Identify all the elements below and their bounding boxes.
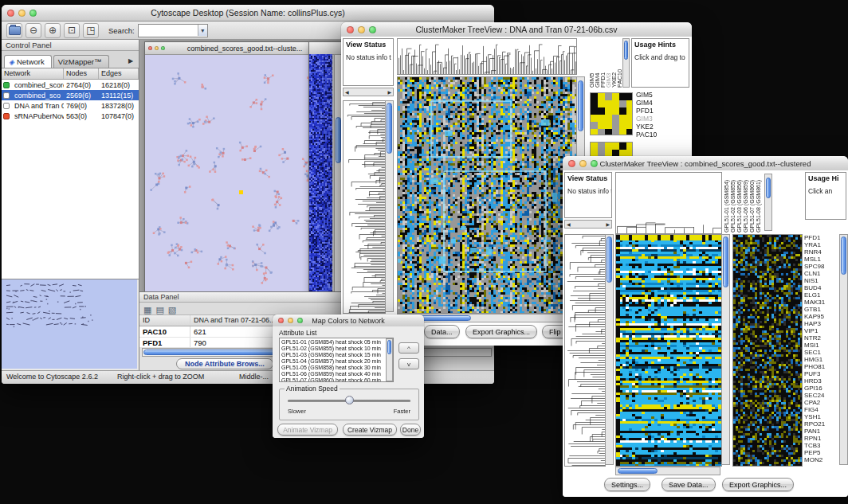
zoom-button[interactable] xyxy=(369,26,376,33)
gene-label[interactable]: PAC10 xyxy=(636,131,674,139)
correlation-matrix-canvas[interactable] xyxy=(590,92,633,135)
row-dendrogram-canvas[interactable] xyxy=(564,234,606,467)
gene-label[interactable]: BUD4 xyxy=(804,284,839,291)
zoom-selected-icon[interactable] xyxy=(83,23,99,38)
close-button[interactable] xyxy=(7,10,14,17)
scroll-left-icon[interactable] xyxy=(567,222,571,227)
gene-label[interactable]: NTR2 xyxy=(804,334,839,342)
open-file-icon[interactable] xyxy=(6,23,22,38)
zoom-button[interactable] xyxy=(29,10,37,17)
gene-label[interactable]: PEP5 xyxy=(804,449,839,456)
close-icon[interactable] xyxy=(148,46,152,50)
tab-vizmapper[interactable]: VizMapper™ xyxy=(53,55,109,68)
attribute-item[interactable]: GPL51-01 (GSM854) heat shock 05 min xyxy=(281,339,391,346)
move-up-button[interactable]: ^ xyxy=(398,342,419,354)
scrollbar-thumb[interactable] xyxy=(624,41,628,60)
column-dendrogram-canvas[interactable] xyxy=(397,38,577,75)
close-button[interactable] xyxy=(347,26,354,33)
gene-label[interactable]: GIM5 xyxy=(636,91,674,99)
gene-label[interactable]: HAP3 xyxy=(804,320,839,327)
gene-label[interactable]: NIS1 xyxy=(804,277,839,284)
tab-network[interactable]: Network xyxy=(4,55,52,68)
attribute-item[interactable]: GPL51-03 (GSM856) heat shock 15 min xyxy=(281,352,391,358)
column-label[interactable]: GIM5 xyxy=(588,38,594,88)
search-combobox[interactable] xyxy=(138,24,208,37)
table-icon[interactable] xyxy=(143,302,151,316)
attribute-item[interactable]: GPL51-06 (GSM859) heat shock 40 min xyxy=(281,371,391,377)
gene-label[interactable]: HRD3 xyxy=(804,377,839,385)
create-vizmap-button[interactable]: Create Vizmap xyxy=(343,424,397,436)
mini-horizontal-scrollbar[interactable] xyxy=(564,220,612,229)
column-label[interactable]: PFD1 xyxy=(599,38,605,88)
gene-label[interactable]: GPI16 xyxy=(804,385,839,392)
network-list-item-selected[interactable]: combined_sco 2569(6) 13112(15) xyxy=(2,90,139,100)
gene-label[interactable]: PUF3 xyxy=(804,370,839,377)
column-label[interactable]: GPL51-08 (GSM861) xyxy=(756,172,762,232)
mini-horizontal-scrollbar[interactable] xyxy=(343,88,394,96)
gene-label[interactable]: RNR4 xyxy=(804,248,839,256)
zoom-fit-icon[interactable] xyxy=(64,23,80,38)
scrollbar-thumb[interactable] xyxy=(578,80,583,131)
column-label[interactable]: PAC10 xyxy=(616,38,622,88)
search-input[interactable] xyxy=(139,25,198,35)
scroll-right-icon[interactable] xyxy=(387,90,391,95)
gene-label[interactable]: SEC24 xyxy=(804,392,839,399)
gene-labels-scrollbar[interactable] xyxy=(839,234,848,465)
zoom-icon[interactable] xyxy=(161,46,165,50)
column-label[interactable]: GIM4 xyxy=(594,38,599,88)
export-graphics-button[interactable]: Export Graphics... xyxy=(465,325,537,338)
gene-label[interactable]: GIM4 xyxy=(636,99,674,107)
attribute-item[interactable]: GPL51-05 (GSM858) heat shock 30 min xyxy=(281,365,391,371)
scrollbar-thumb[interactable] xyxy=(387,103,392,154)
dropdown-arrow-icon[interactable] xyxy=(198,25,207,36)
minimize-button[interactable] xyxy=(288,318,293,323)
gene-label[interactable]: RPO21 xyxy=(804,420,839,428)
treeview-dna-titlebar[interactable]: ClusterMaker TreeView : DNA and Tran 07-… xyxy=(341,22,692,37)
row-dendrogram-canvas[interactable] xyxy=(343,100,386,314)
tab-overflow-icon[interactable] xyxy=(125,52,136,66)
gene-label[interactable]: CPA2 xyxy=(804,399,839,406)
network-list-item[interactable]: combined_scores 2764(0) 16218(0) xyxy=(2,80,139,90)
scrollbar-thumb[interactable] xyxy=(766,178,771,198)
birdseye-canvas[interactable] xyxy=(2,279,137,369)
dialog-titlebar[interactable]: Map Colors to Network xyxy=(273,315,424,327)
column-label[interactable]: GPL51-01 (GSM854) xyxy=(724,172,730,232)
column-label[interactable]: GPL51-07 (GSM860) xyxy=(749,172,756,232)
gene-label[interactable]: MAK31 xyxy=(804,299,839,306)
gene-label[interactable]: HMG1 xyxy=(804,356,839,363)
gene-label[interactable]: VIP1 xyxy=(804,327,839,334)
column-labels-scrollbar[interactable] xyxy=(764,174,772,231)
close-button[interactable] xyxy=(278,318,284,323)
scrollbar-thumb[interactable] xyxy=(723,236,728,287)
birdseye-view[interactable] xyxy=(2,279,139,370)
network-list-item[interactable]: sRNAPuberNov2 563(0) 107847(0) xyxy=(2,111,139,121)
scrollbar-thumb[interactable] xyxy=(607,236,612,283)
animation-speed-slider[interactable] xyxy=(345,396,354,404)
column-dendrogram-canvas[interactable] xyxy=(615,172,722,234)
gene-label[interactable]: KAP95 xyxy=(804,313,839,320)
network-list-item[interactable]: DNA and Tran 07 769(0) 183728(0) xyxy=(2,100,139,111)
dense-network-titlebar[interactable] xyxy=(309,42,343,55)
scrollbar-thumb[interactable] xyxy=(336,117,341,163)
column-label[interactable]: GPL51-02 (GSM855) xyxy=(730,172,736,232)
column-labels-scrollbar[interactable] xyxy=(622,38,630,88)
zoom-button[interactable] xyxy=(591,160,598,167)
gene-label[interactable]: TCB3 xyxy=(804,442,839,449)
treeview-combined-titlebar[interactable]: ClusterMaker TreeView : combined_scores_… xyxy=(563,156,848,171)
settings-button[interactable]: Settings... xyxy=(604,478,650,491)
attribute-grid-icon[interactable] xyxy=(155,302,163,316)
gene-label[interactable]: YSH1 xyxy=(804,413,839,420)
attribute-item[interactable]: GPL51-07 (GSM860) heat shock 60 min xyxy=(281,377,391,382)
minimize-button[interactable] xyxy=(18,10,26,17)
move-down-button[interactable]: v xyxy=(398,358,419,369)
minimize-icon[interactable] xyxy=(155,46,159,50)
gene-label[interactable]: RPN1 xyxy=(804,435,839,442)
gene-label[interactable]: SPC98 xyxy=(804,263,839,270)
secondary-heatmap-canvas[interactable] xyxy=(732,234,803,467)
attribute-item[interactable]: GPL51-02 (GSM855) heat shock 10 min xyxy=(281,346,391,352)
gene-label[interactable]: CLN1 xyxy=(804,270,839,277)
heatmap-vertical-scrollbar[interactable] xyxy=(721,234,730,465)
zoom-out-icon[interactable] xyxy=(26,23,41,38)
dendrogram-vertical-scrollbar[interactable] xyxy=(605,234,614,465)
dense-network-canvas[interactable] xyxy=(309,54,332,292)
